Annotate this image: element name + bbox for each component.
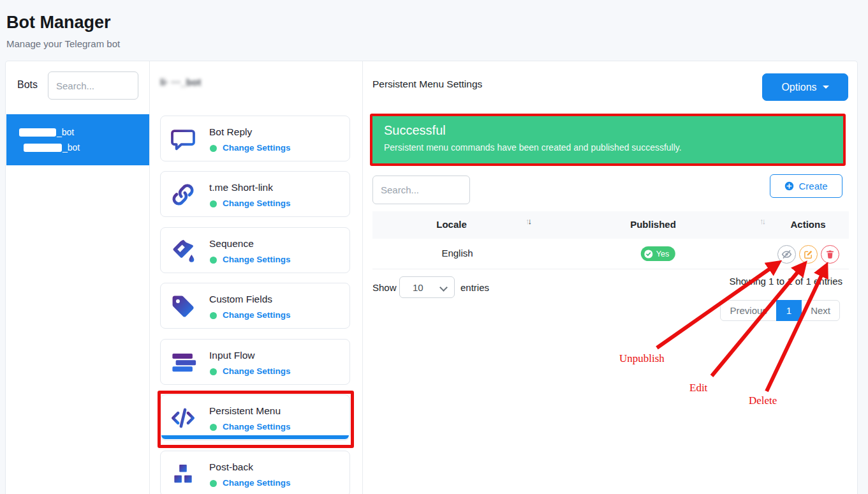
change-settings-link[interactable]: Change Settings bbox=[223, 198, 291, 208]
code-icon bbox=[170, 405, 196, 431]
page-size-select-wrap: 10 bbox=[399, 276, 455, 298]
bot-list-item-selected[interactable]: _bot _bot bbox=[6, 114, 149, 165]
feature-card-input-flow[interactable]: Input Flow Change Settings bbox=[160, 339, 350, 385]
status-dot-icon bbox=[210, 480, 217, 487]
sort-icon[interactable]: ↑↓ bbox=[760, 216, 764, 226]
options-button[interactable]: Options bbox=[762, 73, 848, 101]
redaction-block bbox=[19, 128, 56, 137]
status-dot-icon bbox=[210, 145, 217, 152]
table-header-row: Locale ↑↓ Published ↑↓ Actions bbox=[372, 211, 849, 239]
check-circle-icon bbox=[644, 250, 653, 258]
published-badge: Yes bbox=[641, 246, 675, 261]
card-title: Input Flow bbox=[209, 350, 255, 361]
column-header-published[interactable]: Published bbox=[630, 219, 676, 230]
alert-message: Persistent menu commands have been creat… bbox=[384, 142, 832, 153]
change-settings-link[interactable]: Change Settings bbox=[223, 422, 291, 431]
card-title: Post-back bbox=[209, 461, 253, 473]
card-title: Persistent Menu bbox=[209, 405, 281, 417]
cubes-icon bbox=[170, 461, 196, 488]
change-settings-link[interactable]: Change Settings bbox=[223, 478, 291, 488]
page-1-button[interactable]: 1 bbox=[776, 300, 802, 321]
change-settings-link[interactable]: Change Settings bbox=[223, 310, 291, 320]
edit-button[interactable] bbox=[799, 245, 818, 264]
content-divider bbox=[362, 61, 363, 494]
feature-card-sequence[interactable]: Sequence Change Settings bbox=[160, 227, 350, 273]
redaction-block bbox=[24, 144, 62, 152]
feature-card-bot-reply[interactable]: Bot Reply Change Settings bbox=[160, 116, 350, 161]
table-row: English Yes bbox=[372, 239, 849, 269]
showing-entries-text: Showing 1 to 1 of 1 entries bbox=[729, 276, 842, 287]
page-title: Bot Manager bbox=[6, 13, 111, 33]
status-dot-icon bbox=[210, 312, 217, 319]
change-settings-link[interactable]: Change Settings bbox=[223, 143, 291, 153]
status-dot-icon bbox=[210, 257, 217, 264]
status-dot-icon bbox=[210, 200, 217, 207]
paint-bucket-icon bbox=[170, 237, 196, 264]
feature-card-custom-fields[interactable]: Custom Fields Change Settings bbox=[160, 283, 350, 329]
edit-pencil-icon bbox=[804, 250, 813, 259]
main-panel: Bots _bot _bot li· ···_bot Bot Reply Cha… bbox=[5, 61, 858, 494]
selected-bot-name-blurred: li· ···_bot bbox=[160, 77, 201, 87]
locale-cell: English bbox=[441, 248, 473, 258]
content-title: Persistent Menu Settings bbox=[372, 79, 482, 90]
change-settings-link[interactable]: Change Settings bbox=[223, 255, 291, 264]
card-title: Custom Fields bbox=[209, 294, 272, 305]
page-size-select[interactable]: 10 bbox=[399, 276, 455, 298]
bots-heading: Bots bbox=[17, 79, 38, 91]
chevron-down-icon bbox=[823, 86, 829, 89]
chat-bubble-icon bbox=[170, 126, 196, 153]
card-title: Sequence bbox=[209, 238, 254, 250]
delete-button[interactable] bbox=[821, 245, 839, 264]
sort-icon[interactable]: ↑↓ bbox=[526, 216, 530, 226]
feature-card-shortlink[interactable]: t.me Short-link Change Settings bbox=[160, 171, 350, 217]
card-title: t.me Short-link bbox=[209, 182, 273, 193]
feature-card-persistent-menu[interactable]: Persistent Menu Change Settings bbox=[160, 394, 350, 440]
success-alert: Successful Persistent menu commands have… bbox=[370, 114, 846, 166]
alert-title: Successful bbox=[384, 123, 832, 138]
page-subtitle: Manage your Telegram bot bbox=[6, 38, 120, 49]
entries-label: entries bbox=[460, 282, 489, 293]
bot-name-redacted: _bot bbox=[19, 127, 74, 137]
tag-icon bbox=[170, 293, 196, 320]
bots-search-input[interactable] bbox=[48, 71, 138, 100]
column-header-locale[interactable]: Locale bbox=[436, 219, 467, 230]
status-dot-icon bbox=[210, 368, 217, 375]
next-page-button[interactable]: Next bbox=[801, 300, 840, 321]
bot-name-redacted: _bot bbox=[24, 142, 80, 153]
card-title: Bot Reply bbox=[209, 126, 252, 138]
list-bars-icon bbox=[170, 349, 196, 376]
link-icon bbox=[170, 181, 196, 208]
active-tab-indicator bbox=[161, 435, 349, 439]
pagination: Previous 1 Next bbox=[721, 300, 840, 321]
show-label: Show bbox=[372, 282, 397, 293]
unpublish-button[interactable] bbox=[777, 245, 796, 264]
table-search-input[interactable] bbox=[372, 176, 470, 204]
previous-page-button[interactable]: Previous bbox=[720, 300, 776, 321]
trash-icon bbox=[825, 250, 835, 259]
status-dot-icon bbox=[210, 424, 217, 431]
feature-card-post-back[interactable]: Post-back Change Settings bbox=[160, 451, 350, 494]
change-settings-link[interactable]: Change Settings bbox=[223, 366, 291, 376]
column-header-actions: Actions bbox=[790, 219, 825, 230]
sidebar-divider bbox=[149, 61, 150, 494]
eye-slash-icon bbox=[781, 249, 792, 260]
plus-circle-icon bbox=[784, 181, 794, 191]
create-button[interactable]: Create bbox=[770, 174, 842, 198]
